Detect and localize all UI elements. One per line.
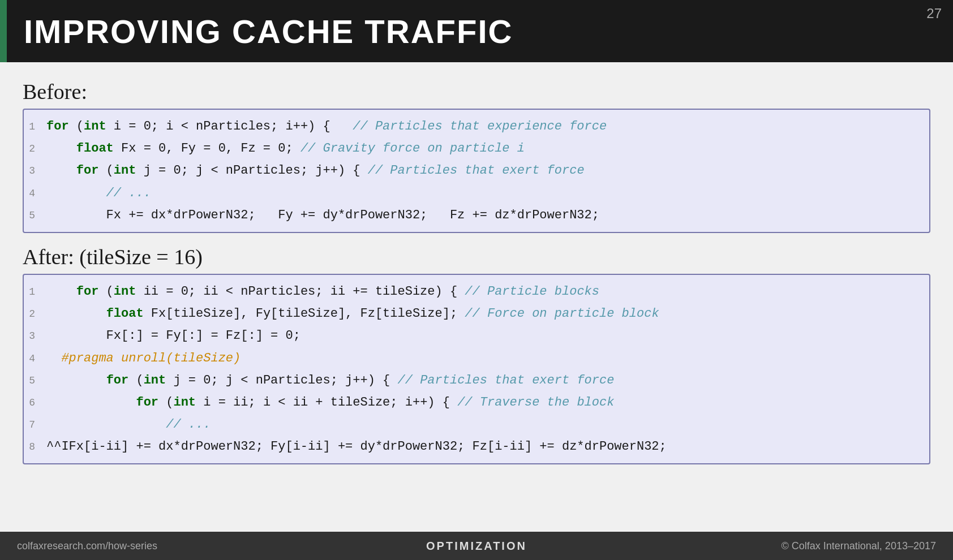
table-row: 8^^IFx[i-ii] += dx*drPowerN32; Fy[i-ii] …	[24, 436, 929, 458]
line-number: 7	[24, 417, 46, 433]
code-segment: float	[76, 141, 114, 156]
code-segment: // Particles that exert force	[398, 373, 615, 387]
code-segment: // ...	[46, 186, 151, 200]
code-segment	[46, 163, 76, 178]
code-segment	[46, 373, 106, 387]
table-row: 3 for (int j = 0; j < nParticles; j++) {…	[24, 160, 929, 182]
code-line-text: // ...	[46, 415, 918, 434]
table-row: 5 Fx += dx*drPowerN32; Fy += dy*drPowerN…	[24, 204, 929, 226]
footer-center: OPTIMIZATION	[329, 540, 624, 553]
line-number: 6	[24, 395, 46, 411]
code-segment: for	[76, 163, 99, 178]
code-segment	[46, 141, 76, 156]
code-segment: Fx = 0, Fy = 0, Fz = 0;	[114, 141, 301, 156]
code-segment: i = 0; i < nParticles; i++) {	[106, 119, 353, 133]
code-segment: // ...	[46, 417, 211, 432]
table-row: 2 float Fx = 0, Fy = 0, Fz = 0; // Gravi…	[24, 137, 929, 160]
code-segment: for	[46, 119, 69, 133]
code-segment: for	[76, 285, 99, 299]
line-number: 5	[24, 208, 46, 224]
line-number: 1	[24, 284, 46, 300]
table-row: 3 Fx[:] = Fy[:] = Fz[:] = 0;	[24, 325, 929, 347]
after-code-block: 1 for (int ii = 0; ii < nParticles; ii +…	[23, 274, 930, 465]
code-segment: for	[136, 395, 158, 410]
after-section: After: (tileSize = 16) 1 for (int ii = 0…	[23, 244, 930, 465]
code-segment: (	[98, 163, 113, 178]
footer-right: © Colfax International, 2013–2017	[624, 540, 953, 552]
line-number: 1	[24, 119, 46, 135]
code-line-text: for (int j = 0; j < nParticles; j++) { /…	[46, 161, 918, 180]
code-line-text: for (int ii = 0; ii < nParticles; ii += …	[46, 282, 918, 301]
table-row: 4 // ...	[24, 182, 929, 204]
code-line-text: ^^IFx[i-ii] += dx*drPowerN32; Fy[i-ii] +…	[46, 437, 918, 456]
code-segment	[46, 285, 76, 299]
code-segment: i = ii; i < ii + tileSize; i++) {	[196, 395, 457, 410]
line-number: 5	[24, 373, 46, 389]
line-number: 8	[24, 439, 46, 455]
table-row: 2 float Fx[tileSize], Fy[tileSize], Fz[t…	[24, 303, 929, 325]
code-segment: #pragma unroll(tileSize)	[46, 351, 241, 365]
code-segment: ii = 0; ii < nParticles; ii += tileSize)…	[136, 285, 465, 299]
table-row: 4 #pragma unroll(tileSize)	[24, 347, 929, 369]
after-label: After: (tileSize = 16)	[23, 244, 930, 269]
code-line-text: // ...	[46, 183, 918, 203]
table-row: 7 // ...	[24, 413, 929, 436]
table-row: 5 for (int j = 0; j < nParticles; j++) {…	[24, 369, 929, 391]
code-segment	[46, 307, 106, 321]
footer: colfaxresearch.com/how-series OPTIMIZATI…	[0, 532, 953, 560]
code-line-text: for (int i = 0; i < nParticles; i++) { /…	[46, 117, 918, 136]
code-segment: (	[98, 285, 113, 299]
header: IMPROVING CACHE TRAFFIC 27	[0, 0, 953, 62]
code-segment: // Gravity force on particle i	[301, 141, 525, 156]
code-segment: // Force on particle block	[465, 307, 659, 321]
slide-number: 27	[926, 6, 942, 21]
code-line-text: Fx[:] = Fy[:] = Fz[:] = 0;	[46, 326, 918, 346]
code-segment: int	[114, 285, 136, 299]
header-accent	[0, 0, 7, 62]
line-number: 3	[24, 328, 46, 344]
page-title: IMPROVING CACHE TRAFFIC	[7, 0, 530, 62]
code-line-text: Fx += dx*drPowerN32; Fy += dy*drPowerN32…	[46, 205, 918, 225]
table-row: 6 for (int i = ii; i < ii + tileSize; i+…	[24, 391, 929, 413]
before-code-block: 1for (int i = 0; i < nParticles; i++) { …	[23, 109, 930, 233]
code-segment: int	[173, 395, 196, 410]
code-segment: j = 0; j < nParticles; j++) {	[166, 373, 397, 387]
code-segment: j = 0; j < nParticles; j++) {	[136, 163, 367, 178]
code-line-text: for (int j = 0; j < nParticles; j++) { /…	[46, 371, 918, 390]
code-segment: for	[106, 373, 129, 387]
code-segment: // Particle blocks	[465, 285, 599, 299]
code-segment: int	[84, 119, 106, 133]
code-segment: ^^IFx[i-ii] += dx*drPowerN32; Fy[i-ii] +…	[46, 440, 667, 454]
line-number: 3	[24, 163, 46, 179]
line-number: 4	[24, 186, 46, 202]
code-segment: (	[128, 373, 143, 387]
code-segment: Fx += dx*drPowerN32; Fy += dy*drPowerN32…	[46, 208, 599, 222]
before-section: Before: 1for (int i = 0; i < nParticles;…	[23, 79, 930, 233]
code-segment: int	[114, 163, 136, 178]
line-number: 2	[24, 141, 46, 157]
line-number: 2	[24, 306, 46, 322]
code-segment: float	[106, 307, 144, 321]
code-segment: Fx[tileSize], Fy[tileSize], Fz[tileSize]…	[144, 307, 465, 321]
code-segment: // Particles that experience force	[353, 119, 607, 133]
code-segment: (	[69, 119, 84, 133]
code-segment	[46, 395, 136, 410]
table-row: 1 for (int ii = 0; ii < nParticles; ii +…	[24, 281, 929, 303]
line-number: 4	[24, 351, 46, 367]
code-line-text: float Fx[tileSize], Fy[tileSize], Fz[til…	[46, 304, 918, 324]
footer-left: colfaxresearch.com/how-series	[0, 540, 329, 552]
code-segment: // Traverse the block	[457, 395, 614, 410]
before-label: Before:	[23, 79, 930, 104]
code-line-text: for (int i = ii; i < ii + tileSize; i++)…	[46, 393, 918, 412]
code-segment: Fx[:] = Fy[:] = Fz[:] = 0;	[46, 329, 301, 343]
table-row: 1for (int i = 0; i < nParticles; i++) { …	[24, 115, 929, 137]
code-segment: int	[144, 373, 166, 387]
main-content: Before: 1for (int i = 0; i < nParticles;…	[0, 62, 953, 532]
code-line-text: #pragma unroll(tileSize)	[46, 348, 918, 368]
code-segment: (	[158, 395, 173, 410]
code-line-text: float Fx = 0, Fy = 0, Fz = 0; // Gravity…	[46, 139, 918, 158]
code-segment: // Particles that exert force	[368, 163, 585, 178]
